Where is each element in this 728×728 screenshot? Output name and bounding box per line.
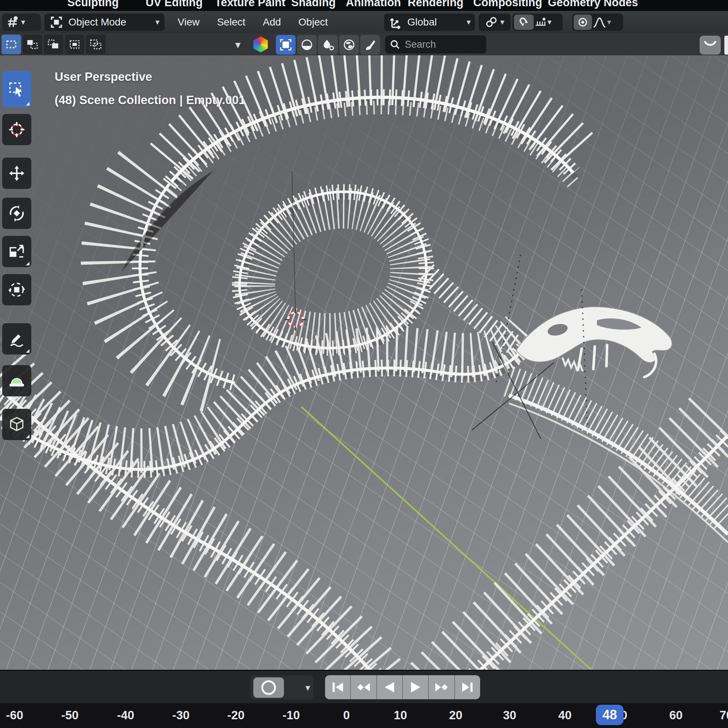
chevron-down-icon[interactable]: ▾	[305, 683, 310, 692]
clipped-edge-button[interactable]	[724, 36, 728, 55]
skeleton-tail	[412, 422, 727, 670]
add-cube-icon	[8, 416, 25, 433]
select-mode-extend[interactable]	[23, 35, 42, 54]
frame-button[interactable]	[276, 35, 295, 55]
menu-select[interactable]: Select	[217, 16, 245, 28]
skeleton-skull	[516, 307, 672, 377]
tool-transform[interactable]	[2, 274, 31, 305]
chevron-down-icon[interactable]: ▾	[235, 39, 241, 50]
snap-toggle-button[interactable]	[514, 15, 534, 30]
tool-group-indicator	[26, 434, 29, 438]
tool-annotate[interactable]	[2, 323, 31, 355]
play-reverse-icon	[382, 681, 397, 694]
auto-keying-button[interactable]	[253, 678, 284, 698]
half-sphere-icon	[300, 38, 314, 51]
snake-skeleton-model[interactable]	[0, 55, 728, 670]
tool-select-box[interactable]	[2, 71, 31, 107]
frame-icon	[279, 38, 292, 51]
current-frame-badge[interactable]: 48	[596, 705, 624, 725]
half-sphere-button[interactable]	[297, 35, 317, 55]
play-reverse-button[interactable]	[377, 675, 403, 699]
brush-button[interactable]	[360, 35, 380, 55]
chevron-down-icon: ▾	[466, 18, 471, 26]
tool-3d-cursor[interactable]	[2, 114, 31, 145]
frame-tick: 0	[343, 708, 350, 722]
tab-rendering[interactable]: Rendering	[408, 0, 463, 9]
frame-tick: -20	[227, 708, 245, 722]
droplet-icon	[321, 38, 335, 51]
jump-to-start-button[interactable]	[325, 675, 351, 699]
snap-with-icon[interactable]	[534, 16, 547, 28]
select-set-icon	[5, 38, 17, 50]
frame-tick: -30	[172, 708, 190, 722]
play-button[interactable]	[403, 675, 429, 699]
viewport-3d[interactable]: User Perspective (48) Scene Collection |…	[0, 55, 728, 670]
chevron-down-icon: ▾	[607, 18, 611, 26]
select-mode-subtract[interactable]	[44, 35, 63, 54]
frame-tick: -10	[283, 708, 300, 722]
mode-dropdown[interactable]: Object Mode ▾	[44, 14, 165, 31]
proportional-editing-toggle[interactable]	[574, 15, 592, 30]
tab-geometry-nodes[interactable]: Geometry Nodes	[548, 0, 638, 9]
frame-tick: 60	[669, 708, 683, 722]
tool-move[interactable]	[2, 158, 31, 189]
timeline-header: ▾	[0, 670, 728, 704]
chevron-down-icon: ▾	[500, 18, 504, 26]
tool-rotate[interactable]	[2, 198, 31, 229]
select-extend-icon	[26, 38, 38, 50]
cursor-tool-icon	[8, 121, 25, 138]
tab-animation[interactable]: Animation	[346, 0, 401, 9]
move-icon	[8, 165, 25, 182]
transform-orientation-dropdown[interactable]: Global ▾	[384, 14, 475, 31]
play-icon	[408, 681, 423, 694]
frame-ruler[interactable]: -60 -50 -40 -30 -20 -10 0 10 20 30 40 50…	[0, 703, 728, 728]
snap-pair-dropdown[interactable]: ▾	[479, 14, 511, 31]
scene-context-label: (48) Scene Collection | Empty.001	[55, 93, 245, 107]
mode-dropdown-label: Object Mode	[69, 16, 126, 28]
collapse-region-button[interactable]	[700, 36, 721, 55]
tool-settings-bar: ▾	[0, 34, 728, 55]
tab-compositing[interactable]: Compositing	[473, 0, 542, 9]
tab-texture-paint[interactable]: Texture Paint	[215, 0, 285, 9]
cursor-3d[interactable]	[284, 309, 306, 330]
tool-measure[interactable]	[2, 365, 31, 396]
select-mode-intersect[interactable]	[86, 35, 106, 54]
frame-tick: 30	[503, 708, 517, 722]
workspace-tab-bar: Sculpting UV Editing Texture Paint Shadi…	[0, 0, 728, 11]
search-field[interactable]	[385, 35, 486, 54]
tab-sculpting[interactable]: Sculpting	[67, 0, 119, 9]
tool-scale[interactable]	[2, 236, 31, 267]
link-icon	[485, 16, 498, 29]
next-keyframe-button[interactable]	[429, 675, 455, 699]
globe-button[interactable]	[339, 35, 359, 55]
skeleton-lower-left-body	[0, 374, 415, 670]
tab-uv-editing[interactable]: UV Editing	[145, 0, 203, 9]
frame-tick: -60	[6, 708, 23, 722]
editor-type-selector[interactable]: ▾	[2, 14, 41, 31]
rainbow-hexagon-icon[interactable]	[252, 37, 269, 52]
snapping-group: ▾	[512, 14, 563, 31]
menu-add[interactable]: Add	[263, 16, 281, 28]
tab-shading[interactable]: Shading	[291, 0, 336, 9]
menu-object[interactable]: Object	[298, 16, 328, 28]
measure-icon	[8, 372, 25, 389]
skeleton-rib-loop	[240, 192, 517, 348]
select-mode-set[interactable]	[2, 35, 21, 54]
frame-tick: -50	[61, 708, 79, 722]
search-icon	[390, 39, 401, 50]
previous-keyframe-button[interactable]	[351, 675, 377, 699]
chevron-down-icon: ▾	[155, 18, 159, 26]
tool-group-indicator	[26, 262, 29, 265]
jump-to-end-icon	[460, 681, 475, 694]
search-input[interactable]	[404, 38, 475, 50]
orientation-axes-icon	[388, 15, 403, 29]
falloff-curve-icon[interactable]	[593, 16, 606, 28]
select-mode-invert[interactable]	[65, 35, 84, 54]
jump-to-end-button[interactable]	[455, 675, 480, 699]
frame-tick: 70	[720, 708, 728, 722]
tool-add-cube[interactable]	[2, 409, 31, 440]
droplet-button[interactable]	[318, 35, 338, 55]
editor-type-icon	[5, 15, 21, 29]
menu-view[interactable]: View	[177, 16, 199, 28]
select-box-icon	[8, 81, 25, 98]
